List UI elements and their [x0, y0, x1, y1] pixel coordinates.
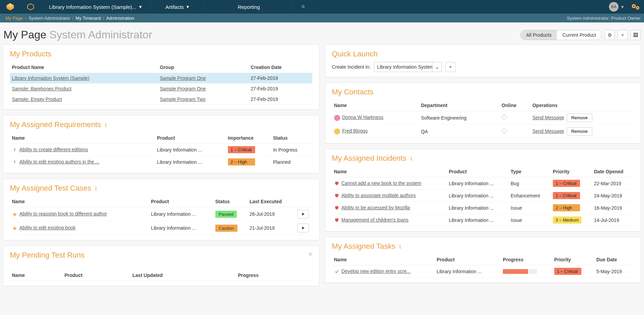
product-selector[interactable]: Library Information System (Sample)... ▾ — [41, 0, 150, 14]
group-link[interactable]: Sample Program One — [160, 75, 206, 81]
table-row[interactable]: Sample: Empty Product Sample Program Two… — [10, 94, 312, 105]
card-my-incidents: My Assigned Incidents ⌇ Name Product Typ… — [325, 149, 642, 231]
contact-link[interactable]: Donna W Harkness — [342, 115, 383, 120]
nav-reporting[interactable]: Reporting — [205, 0, 293, 14]
task-link[interactable]: Develop new edition entry scre... — [342, 268, 411, 274]
execute-button[interactable] — [297, 210, 309, 218]
nav-search[interactable] — [293, 0, 314, 14]
group-link[interactable]: Sample Program Two — [160, 97, 205, 102]
remove-button[interactable]: Remove — [567, 127, 592, 136]
crumb-timecard[interactable]: My Timecard — [73, 16, 103, 21]
rss-icon[interactable]: ⌇ — [410, 156, 413, 162]
col-creation-date: Creation Date — [249, 62, 312, 73]
col-last-executed: Last Executed — [247, 196, 295, 207]
card-title: My Assigned Test Cases ⌇ — [10, 184, 312, 193]
cell-last-executed: 21-Jul-2019 — [247, 221, 295, 235]
chevron-down-icon[interactable]: ⌄ — [432, 62, 442, 72]
requirements-table: Name Product Importance Status Ability t… — [10, 133, 312, 168]
svg-marker-9 — [13, 212, 17, 216]
incident-link[interactable]: Ability to be accessed by Mozilla — [342, 205, 410, 210]
incident-link[interactable]: Ability to associate multiple authors — [342, 193, 416, 198]
col-priority: Priority — [552, 254, 594, 265]
testcase-link[interactable]: Ability to edit existing book — [19, 225, 76, 230]
testruns-table: Name Product Last Updated Progress — [10, 270, 312, 281]
product-link[interactable]: Sample: Barebones Product — [12, 86, 71, 91]
settings-button[interactable]: ⚙ — [605, 30, 615, 40]
user-menu[interactable]: SA ▾ — [606, 2, 627, 12]
execute-button[interactable] — [297, 224, 309, 232]
table-row[interactable]: Ability to create different editions Lib… — [10, 144, 312, 156]
toggle-current-product[interactable]: Current Product — [557, 30, 601, 40]
send-message-link[interactable]: Send Message — [532, 128, 564, 134]
add-widget-button[interactable]: ＋ — [617, 30, 628, 40]
table-row[interactable]: Fred Bloggs QA Send Message Remove — [332, 125, 634, 138]
requirement-link[interactable]: Ability to create different editions — [19, 147, 88, 152]
col-product: Product — [149, 196, 213, 207]
col-product-name: Product Name — [10, 62, 158, 73]
rss-icon[interactable]: ⌇ — [95, 186, 97, 192]
importance-badge: 2 – High — [228, 158, 255, 165]
cell-product: Library Information ... — [447, 190, 509, 202]
remove-button[interactable]: Remove — [567, 113, 592, 122]
nav-artifacts[interactable]: Artifacts ▾ — [150, 0, 205, 14]
send-message-link[interactable]: Send Message — [532, 115, 564, 120]
cell-date: 22-Mar-2019 — [592, 177, 634, 190]
crumb-sysadmin[interactable]: System Administrator — [27, 16, 72, 21]
crumb-admin[interactable]: Administration — [104, 16, 136, 21]
priority-badge: 2 – High — [553, 204, 580, 211]
col-name: Name — [10, 133, 155, 144]
product-link[interactable]: Sample: Empty Product — [12, 97, 62, 102]
cell-department: Software Engineering — [419, 111, 499, 125]
card-my-requirements: My Assigned Requirements ⌇ Name Product … — [3, 115, 319, 173]
importance-badge: 1 – Critical — [228, 146, 255, 153]
rss-icon[interactable]: ⌇ — [399, 244, 401, 250]
table-row[interactable]: Ability to edit existing book Library In… — [10, 221, 312, 235]
incident-icon — [334, 217, 340, 223]
product-scope-toggle: All Products Current Product — [520, 30, 602, 40]
contact-avatar — [334, 128, 340, 135]
incident-link[interactable]: Cannot add a new book to the system — [342, 180, 422, 186]
table-row[interactable]: Ability to reassign book to different au… — [10, 207, 312, 221]
table-row[interactable]: Ability to be accessed by Mozilla Librar… — [332, 202, 634, 214]
col-progress: Progress — [501, 254, 552, 265]
image-button[interactable]: 🖼 — [630, 30, 641, 40]
product-selector-label: Library Information System (Sample)... — [49, 4, 136, 10]
table-row[interactable]: Ability to edit existing authors in the … — [10, 156, 312, 168]
cell-product: Library Information ... — [155, 156, 226, 168]
col-product: Product — [435, 254, 501, 265]
toggle-all-products[interactable]: All Products — [521, 30, 557, 40]
testcase-link[interactable]: Ability to reassign book to different au… — [19, 211, 107, 216]
table-row[interactable]: Cannot add a new book to the system Libr… — [332, 177, 634, 190]
group-link[interactable]: Sample Program One — [160, 86, 206, 91]
cell-date: 14-Jul-2019 — [592, 214, 634, 226]
priority-badge: 3 – Medium — [553, 216, 581, 224]
card-title-text: My Assigned Requirements — [10, 120, 101, 129]
dashboard-columns: My Products Product Name Group Creation … — [0, 45, 644, 293]
image-icon: 🖼 — [633, 32, 638, 38]
top-navbar: Library Information System (Sample)... ▾… — [0, 0, 644, 14]
contact-link[interactable]: Fred Bloggs — [342, 128, 368, 134]
col-product: Product — [447, 166, 509, 177]
quick-launch-select[interactable]: Library Information System ⌄ — [374, 62, 442, 72]
cell-product: Library Information ... — [149, 221, 213, 235]
admin-gears-button[interactable] — [627, 3, 644, 10]
product-link[interactable]: Library Information System (Sample) — [12, 75, 89, 81]
cell-type: Issue — [509, 214, 551, 226]
table-row[interactable]: Donna W Harkness Software Engineering Se… — [332, 111, 634, 125]
cell-date: 27-Feb-2019 — [249, 84, 312, 94]
online-indicator — [502, 128, 507, 133]
product-hex-icon[interactable] — [20, 0, 41, 14]
quick-launch-add-button[interactable]: ＋ — [445, 62, 456, 72]
close-icon[interactable]: × — [309, 251, 312, 258]
crumb-mypage[interactable]: My Page — [3, 16, 25, 21]
app-logo-icon[interactable] — [0, 0, 20, 14]
table-row[interactable]: Sample: Barebones Product Sample Program… — [10, 84, 312, 94]
card-my-contacts: My Contacts Name Department Online Opera… — [325, 83, 642, 143]
table-row[interactable]: Develop new edition entry scre... Librar… — [332, 265, 634, 278]
table-row[interactable]: Ability to associate multiple authors Li… — [332, 190, 634, 202]
requirement-link[interactable]: Ability to edit existing authors in the … — [19, 159, 99, 164]
table-row[interactable]: Library Information System (Sample) Samp… — [10, 73, 312, 84]
incident-link[interactable]: Management of children's loans — [342, 217, 409, 223]
rss-icon[interactable]: ⌇ — [104, 122, 107, 128]
table-row[interactable]: Management of children's loans Library I… — [332, 214, 634, 226]
